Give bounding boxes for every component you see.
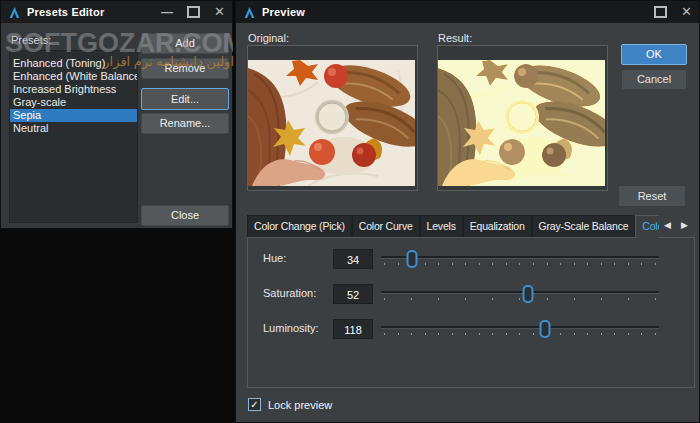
app-logo-icon [243,6,256,19]
slider-ticks [384,298,656,301]
tab-equalization[interactable]: Equalization [463,215,532,238]
list-item[interactable]: Enhanced (White Balance) [10,70,137,83]
lock-preview-row: Lock preview [248,398,332,411]
saturation-slider[interactable] [381,284,659,306]
result-image [438,60,605,186]
slider-handle[interactable] [523,285,534,303]
ok-button[interactable]: OK [621,44,687,65]
list-item[interactable]: Sepia [10,109,137,122]
result-preview-frame[interactable] [437,45,608,191]
original-preview-frame[interactable] [247,45,418,191]
app-logo-icon [8,6,21,19]
tab-gray-scale-balance[interactable]: Gray-Scale Balance [532,215,636,238]
minimize-icon[interactable]: — [161,7,173,17]
result-label: Result: [438,32,472,44]
tab-scroll-left-icon[interactable]: ◀ [664,218,671,232]
slider-track [381,291,659,294]
tab-color-change-pick[interactable]: Color Change (Pick) [247,215,352,238]
maximize-icon[interactable] [654,6,667,18]
slider-ticks [384,333,656,336]
tab-color-curve[interactable]: Color Curve [352,215,420,238]
list-item[interactable]: Gray-scale [10,96,137,109]
window-title: Preview [262,6,305,18]
saturation-label: Saturation: [263,287,316,299]
preview-window: Preview ✕ Original: Result: [235,0,700,423]
slider-track [381,256,659,259]
tab-colorization[interactable]: Colorization [635,215,659,238]
close-icon[interactable]: ✕ [214,7,225,17]
presets-list[interactable]: Enhanced (Toning) Enhanced (White Balanc… [9,50,138,223]
original-label: Original: [248,32,289,44]
slider-handle[interactable] [406,250,417,268]
hue-value-field[interactable]: 34 [333,249,373,269]
reset-button[interactable]: Reset [618,185,686,207]
presets-editor-titlebar[interactable]: Presets Editor — ✕ [1,1,232,23]
slider-ticks [384,263,656,266]
luminosity-slider[interactable] [381,319,659,341]
saturation-value-field[interactable]: 52 [333,284,373,304]
luminosity-row: Luminosity: 118 [248,318,694,340]
tab-levels[interactable]: Levels [420,215,463,238]
colorization-panel: Hue: 34 Saturation: 52 Luminosity: 118 [247,237,695,388]
close-icon[interactable]: ✕ [681,7,692,17]
slider-track [381,326,659,329]
list-item[interactable]: Neutral [10,122,137,135]
list-item[interactable]: Increased Brightness [10,83,137,96]
saturation-row: Saturation: 52 [248,283,694,305]
lock-preview-checkbox[interactable] [248,398,261,411]
window-title: Presets Editor [27,6,104,18]
watermark-subtext: اولین دانشنامه نرم افزار [92,54,234,69]
maximize-icon[interactable] [187,6,200,18]
close-button[interactable]: Close [141,205,229,226]
rename-button[interactable]: Rename... [141,113,229,134]
original-image [248,60,415,186]
luminosity-value-field[interactable]: 118 [333,319,373,339]
preview-titlebar[interactable]: Preview ✕ [236,1,699,23]
slider-handle[interactable] [540,320,551,338]
cancel-button[interactable]: Cancel [621,69,687,90]
hue-label: Hue: [263,252,286,264]
hue-row: Hue: 34 [248,248,694,270]
tab-bar: Color Change (Pick) Color Curve Levels E… [247,215,659,238]
hue-slider[interactable] [381,249,659,271]
lock-preview-label: Lock preview [268,399,332,411]
tab-scroll-right-icon[interactable]: ▶ [681,218,688,232]
edit-button[interactable]: Edit... [141,88,229,110]
luminosity-label: Luminosity: [263,322,319,334]
